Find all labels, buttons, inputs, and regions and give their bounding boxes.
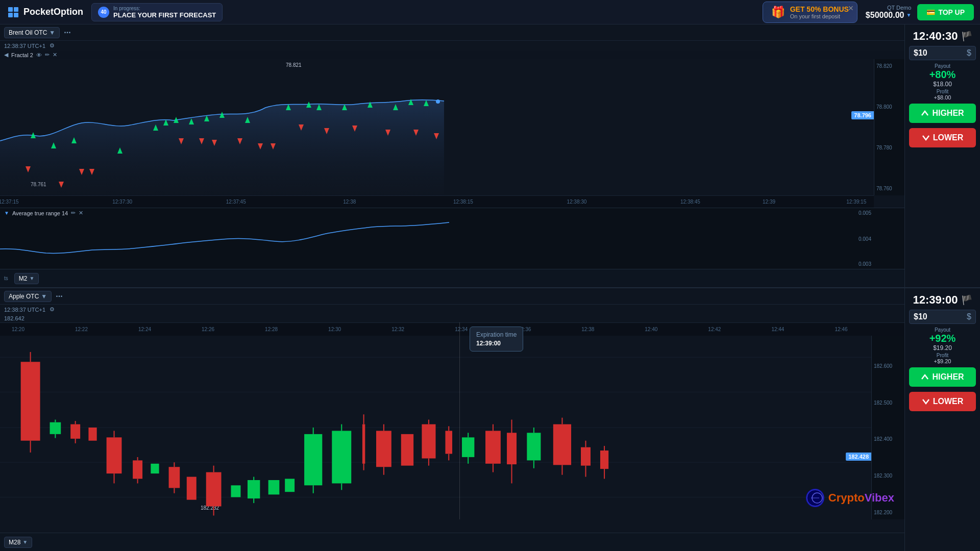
in-progress-info: In progress: PLACE YOUR FIRST FORECAST	[113, 6, 216, 19]
top-chart-settings-icon[interactable]: ⚙	[50, 42, 55, 49]
btick-11: 12:42	[708, 327, 721, 332]
top-timeframe-selector[interactable]: M2 ▼	[14, 273, 39, 284]
bottom-lower-button[interactable]: LOWER	[909, 392, 976, 411]
grid-icon	[6, 5, 20, 19]
bottom-chart-canvas: 182.700 182.600 182.500 182.400 182.300 …	[0, 322, 904, 533]
watermark-x: x	[888, 491, 894, 504]
atr-edit-icon[interactable]: ✏	[71, 210, 76, 216]
svg-rect-56	[151, 464, 159, 473]
svg-rect-46	[70, 424, 80, 439]
top-lower-label: LOWER	[933, 133, 964, 142]
indicator-eye-icon[interactable]: 👁	[36, 52, 42, 58]
bottom-current-price-tag: 182.428	[846, 453, 871, 461]
account-caret-icon[interactable]: ▼	[906, 12, 911, 18]
atr-close-icon[interactable]: ✕	[79, 210, 83, 216]
svg-rect-97	[527, 433, 541, 460]
atr-header: ▼ Average true range 14 ✏ ✕ 0.005 0.004 …	[0, 208, 904, 218]
expiry-value: 12:39:00	[476, 340, 517, 347]
top-timeframe-bar: ts M2 ▼	[0, 269, 904, 287]
svg-rect-73	[332, 431, 351, 483]
bottom-payout-section: Payout +92% $19.20 Profit +$9.20	[909, 327, 976, 364]
top-higher-button[interactable]: HIGHER	[909, 104, 976, 123]
top-currency-sign: $	[967, 48, 971, 58]
bonus-banner: 🎁 GET 50% BONUS On your first deposit ✕	[763, 2, 857, 23]
bottom-asset-dropdown[interactable]: Apple OTC ▼	[4, 291, 52, 302]
bottom-higher-button[interactable]: HIGHER	[909, 367, 976, 387]
time-tick-5: 12:38:30	[567, 199, 586, 205]
time-tick-8: 12:39:15	[846, 199, 866, 205]
bottom-payout-value: +92%	[909, 333, 976, 344]
top-asset-dropdown[interactable]: Brent Oil OTC ▼	[4, 27, 60, 38]
indicator-collapse-arrow[interactable]: ◀	[4, 52, 8, 58]
btick-10: 12:40	[645, 327, 657, 332]
svg-rect-103	[581, 447, 591, 466]
time-tick-3: 12:38	[343, 199, 356, 205]
top-indicator-label: ◀ Fractal 2 👁 ✏ ✕	[0, 51, 904, 59]
svg-rect-89	[462, 437, 474, 457]
svg-rect-49	[88, 428, 96, 441]
bonus-title: GET 50% BONUS	[790, 5, 849, 13]
expiry-separator-line	[459, 322, 460, 519]
time-tick-4: 12:38:15	[453, 199, 473, 205]
watermark-text: CryptoVibex	[828, 491, 894, 505]
indicator-edit-icon[interactable]: ✏	[45, 52, 50, 58]
account-type: QT Demo	[887, 5, 911, 11]
bottom-chart-timestamp: 12:38:37 UTC+1	[4, 307, 45, 313]
bottom-lower-arrow-icon	[922, 397, 930, 406]
account-label: QT Demo $50000.00 ▼	[866, 5, 912, 20]
btick-4: 12:28	[265, 327, 278, 332]
top-right-panel: 12:40:30 🏴 $10 $ Payout +80% $18.00 Prof…	[905, 24, 980, 288]
top-amount-input[interactable]: $10 $	[909, 46, 976, 60]
atr-toggle-icon[interactable]: ▼	[4, 210, 9, 216]
top-price-dot	[436, 99, 440, 104]
top-chart-menu[interactable]: ···	[64, 28, 70, 37]
bottom-amount-input[interactable]: $10 $	[909, 310, 976, 324]
atr-indicator-panel: ▼ Average true range 14 ✏ ✕ 0.005 0.004 …	[0, 208, 904, 269]
btick-5: 12:30	[328, 327, 341, 332]
bottom-price-label: 182.642	[4, 315, 24, 321]
bottom-profit-label: Profit	[909, 353, 976, 358]
bottom-chart-info-bar: 12:38:37 UTC+1 ⚙	[0, 305, 904, 314]
top-asset-dropdown-arrow: ▼	[49, 29, 55, 36]
svg-rect-92	[485, 431, 501, 463]
top-payout-section: Payout +80% $18.00 Profit +$8.00	[909, 63, 976, 101]
bottom-time-axis: 12:20 12:22 12:24 12:26 12:28 12:30 12:3…	[0, 322, 904, 336]
bottom-chart-section: Apple OTC ▼ ··· 12:38:37 UTC+1 ⚙ 182.642…	[0, 288, 904, 551]
bottom-higher-arrow-icon	[921, 373, 929, 381]
bonus-close-icon[interactable]: ✕	[848, 4, 854, 12]
bottom-timeframe-selector[interactable]: M28 ▼	[4, 537, 32, 548]
top-lower-button[interactable]: LOWER	[909, 128, 976, 147]
atr-svg	[0, 218, 874, 269]
bottom-chart-header: Apple OTC ▼ ···	[0, 288, 904, 305]
svg-rect-57	[169, 467, 180, 488]
logo: PocketOption	[6, 5, 83, 19]
bottom-chart-menu[interactable]: ···	[56, 292, 62, 301]
btick-3: 12:26	[202, 327, 214, 332]
logo-option: Option	[54, 7, 83, 17]
svg-rect-76	[362, 424, 365, 464]
bonus-info: GET 50% BONUS On your first deposit	[790, 5, 849, 19]
svg-rect-83	[422, 424, 435, 459]
top-profit-label: Profit	[909, 89, 976, 94]
top-chart-info-bar: 12:38:37 UTC+1 ⚙	[0, 41, 904, 51]
time-tick-0: 12:37:15	[0, 199, 19, 205]
indicator-close-icon[interactable]: ✕	[53, 52, 57, 58]
bottom-chart-settings-icon[interactable]: ⚙	[50, 306, 55, 313]
topup-label: TOP UP	[938, 8, 965, 16]
svg-rect-65	[248, 480, 260, 498]
top-time-display: 12:40:30	[913, 30, 958, 43]
top-time-row: 12:40:30 🏴	[913, 30, 972, 43]
btick-1: 12:22	[75, 327, 88, 332]
bottom-price-6: 182.200	[874, 510, 902, 515]
btick-0: 12:20	[12, 327, 24, 332]
bonus-icon: 🎁	[771, 6, 785, 19]
bottom-price-2: 182.600	[874, 363, 902, 369]
svg-rect-70	[304, 434, 322, 485]
top-amount-value: $10	[914, 48, 927, 58]
top-flag-icon: 🏴	[961, 31, 972, 42]
main-layout: Brent Oil OTC ▼ ··· 12:38:37 UTC+1 ⚙ ◀ F…	[0, 24, 980, 551]
in-progress-text: In progress:	[113, 6, 216, 11]
higher-arrow-up-icon	[921, 109, 929, 117]
in-progress-badge: 40 In progress: PLACE YOUR FIRST FORECAS…	[91, 3, 223, 21]
topup-button[interactable]: 💳 TOP UP	[917, 4, 974, 20]
